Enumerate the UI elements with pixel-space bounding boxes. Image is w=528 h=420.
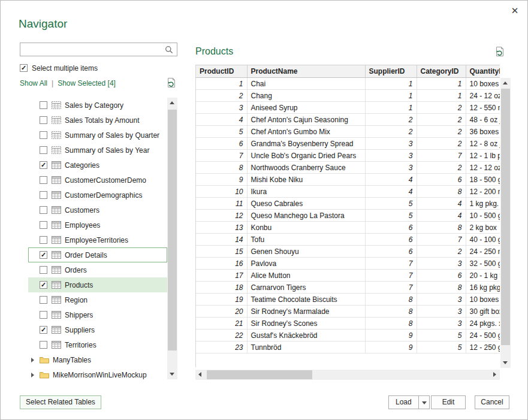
table-cell: 5 xyxy=(196,126,247,138)
table-row: 5Chef Anton's Gumbo Mix2236 boxes xyxy=(196,126,500,138)
item-checkbox[interactable] xyxy=(40,341,47,349)
tree-item-sales-by-category[interactable]: Sales by Category xyxy=(28,98,167,113)
scroll-down-icon[interactable] xyxy=(500,358,511,368)
preview-panel: Products ProductIDProductNameSupplierIDC… xyxy=(195,43,511,380)
load-button[interactable]: Load xyxy=(388,395,419,409)
item-checkbox[interactable]: ✓ xyxy=(40,161,47,169)
tree-item-orders[interactable]: Orders xyxy=(28,262,167,277)
show-selected-link[interactable]: Show Selected [4] xyxy=(58,79,116,87)
table-horizontal-scrollbar[interactable] xyxy=(195,370,500,380)
table-cell: 10 xyxy=(196,186,247,198)
item-checkbox[interactable] xyxy=(40,116,47,124)
item-checkbox[interactable] xyxy=(40,296,47,304)
tree-item-order-details[interactable]: ✓Order Details xyxy=(28,247,167,262)
load-dropdown-arrow-icon[interactable] xyxy=(419,395,430,409)
item-checkbox[interactable]: ✓ xyxy=(40,326,47,334)
edit-button[interactable]: Edit xyxy=(431,395,466,409)
table-row: 8Northwoods Cranberry Sauce3212 - 12 oz … xyxy=(196,162,500,174)
search-icon[interactable] xyxy=(164,45,174,55)
tree-item-employeeterritories[interactable]: EmployeeTerritories xyxy=(28,232,167,247)
tree-item-shippers[interactable]: Shippers xyxy=(28,307,167,322)
tree-item-label: CustomerDemographics xyxy=(65,191,142,200)
table-cell: 16 xyxy=(196,258,247,270)
scroll-up-icon[interactable] xyxy=(167,98,177,108)
tree-item-label: CustomerCustomerDemo xyxy=(65,176,146,185)
tree-item-territories[interactable]: Territories xyxy=(28,337,167,352)
table-cell: 18 - 500 g pkgs. xyxy=(466,174,500,186)
table-row: 2Chang1124 - 12 oz bottles xyxy=(196,90,500,102)
tree-item-products[interactable]: ✓Products xyxy=(28,277,167,292)
tree-item-customerdemographics[interactable]: CustomerDemographics xyxy=(28,188,167,203)
item-checkbox[interactable] xyxy=(40,311,47,319)
tree-item-region[interactable]: Region xyxy=(28,292,167,307)
table-cell: 24 - 500 g pkgs. xyxy=(466,330,500,342)
tree-item-customercustomerdemo[interactable]: CustomerCustomerDemo xyxy=(28,173,167,188)
item-checkbox[interactable] xyxy=(40,266,47,274)
table-row: 9Mishi Kobe Niku4618 - 500 g pkgs. xyxy=(196,174,500,186)
expand-arrow-icon[interactable] xyxy=(30,356,36,364)
table-row: 21Sir Rodney's Scones8324 pkgs. x 4 piec… xyxy=(196,318,500,330)
item-checkbox[interactable] xyxy=(40,176,47,184)
cancel-button[interactable]: Cancel xyxy=(475,395,509,409)
tree-item-label: Orders xyxy=(65,266,87,274)
item-checkbox[interactable]: ✓ xyxy=(40,251,47,259)
tree-item-summary-of-sales-by-year[interactable]: Summary of Sales by Year xyxy=(28,143,167,158)
table-cell: Alice Mutton xyxy=(247,270,365,282)
preview-refresh-icon[interactable] xyxy=(494,46,505,57)
item-checkbox[interactable] xyxy=(40,146,47,154)
tree-item-sales-totals-by-amount[interactable]: Sales Totals by Amount xyxy=(28,113,167,128)
tree-item-categories[interactable]: ✓Categories xyxy=(28,158,167,173)
table-cell: Uncle Bob's Organic Dried Pears xyxy=(247,150,365,162)
table-cell: Sir Rodney's Marmalade xyxy=(247,306,365,318)
table-cell: 21 xyxy=(196,318,247,330)
tree-item-mikemorrisonwinlivemockup[interactable]: MikeMorrisonWinLiveMockup xyxy=(28,367,167,379)
table-cell: 5 xyxy=(365,198,417,210)
show-all-link[interactable]: Show All xyxy=(20,79,47,87)
select-multiple-checkbox[interactable]: ✓ xyxy=(20,64,28,72)
scroll-down-icon[interactable] xyxy=(167,369,177,379)
tree-item-suppliers[interactable]: ✓Suppliers xyxy=(28,322,167,337)
item-checkbox[interactable] xyxy=(40,191,47,199)
table-vscroll-thumb[interactable] xyxy=(501,89,510,345)
scroll-right-icon[interactable] xyxy=(490,370,500,380)
table-cell: 3 xyxy=(196,102,247,114)
item-checkbox[interactable] xyxy=(40,101,47,109)
item-checkbox[interactable] xyxy=(40,206,47,214)
table-cell: 3 xyxy=(417,258,466,270)
expand-arrow-icon[interactable] xyxy=(30,371,36,379)
item-checkbox[interactable] xyxy=(40,131,47,139)
item-checkbox[interactable] xyxy=(40,236,47,244)
load-split-button: Load xyxy=(388,395,430,409)
dialog-title: Navigator xyxy=(19,17,67,31)
item-checkbox[interactable]: ✓ xyxy=(40,281,47,289)
table-vertical-scrollbar[interactable] xyxy=(500,78,511,368)
table-row: 23Tunnbröd9512 - 250 g pkgs. xyxy=(196,342,500,353)
table-hscroll-thumb[interactable] xyxy=(207,370,312,379)
table-cell: 8 xyxy=(196,162,247,174)
table-cell: 7 xyxy=(365,270,417,282)
tree-item-employees[interactable]: Employees xyxy=(28,217,167,232)
table-cell: Pavlova xyxy=(247,258,365,270)
table-icon xyxy=(52,326,61,334)
tree-item-customers[interactable]: Customers xyxy=(28,203,167,217)
tree-item-summary-of-sales-by-quarter[interactable]: Summary of Sales by Quarter xyxy=(28,128,167,143)
tree-item-label: Customers xyxy=(65,206,99,214)
column-header-supplierid: SupplierID xyxy=(365,65,417,78)
table-cell: 6 xyxy=(365,246,417,258)
table-cell: 2 xyxy=(365,126,417,138)
scroll-left-icon[interactable] xyxy=(195,370,206,380)
tree-scrollbar-thumb[interactable] xyxy=(168,110,177,350)
table-cell: Queso Manchego La Pastora xyxy=(247,210,365,222)
refresh-icon[interactable] xyxy=(166,77,177,88)
table-icon xyxy=(52,251,61,259)
item-checkbox[interactable] xyxy=(40,221,47,229)
tree-scrollbar[interactable] xyxy=(167,98,177,379)
scroll-up-icon[interactable] xyxy=(500,78,511,88)
tree-item-manytables[interactable]: ManyTables xyxy=(28,352,167,367)
select-related-tables-button[interactable]: Select Related Tables xyxy=(20,395,101,409)
search-input[interactable] xyxy=(23,44,160,55)
table-row: 7Uncle Bob's Organic Dried Pears3712 - 1… xyxy=(196,150,500,162)
table-cell: 1 xyxy=(417,90,466,102)
close-icon[interactable]: ✕ xyxy=(509,5,521,17)
table-cell: 20 xyxy=(196,306,247,318)
